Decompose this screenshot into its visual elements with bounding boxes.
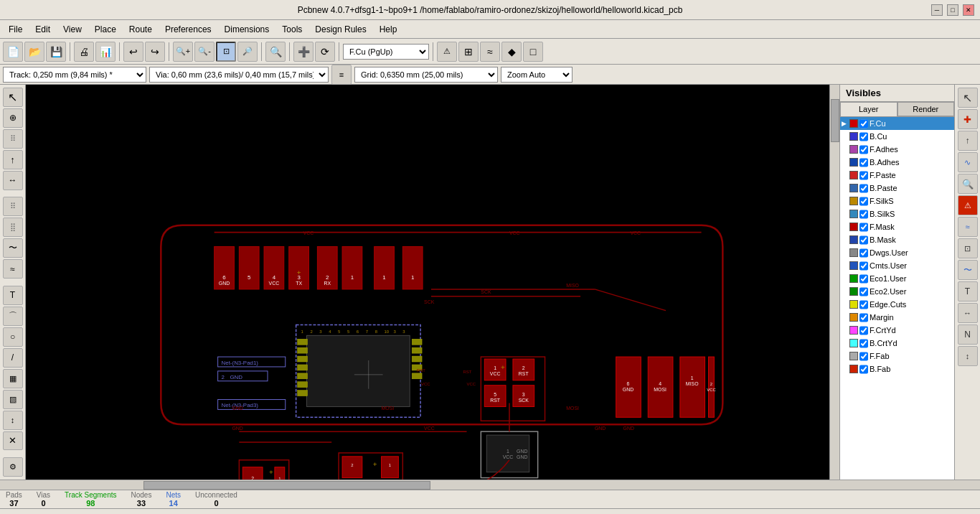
menu-item-dimensions[interactable]: Dimensions — [219, 22, 275, 37]
add-keepout[interactable]: ▧ — [3, 390, 23, 409]
route-single-track[interactable]: ∿ — [958, 152, 978, 172]
menu-item-edit[interactable]: Edit — [29, 22, 56, 37]
add-footprint-button[interactable]: ➕ — [293, 42, 314, 62]
route-track[interactable]: ⠿ — [3, 197, 23, 216]
layer-row-f-cu[interactable]: ▶F.Cu — [840, 117, 954, 130]
menu-item-help[interactable]: Help — [374, 22, 403, 37]
select-arrow[interactable]: ↖ — [958, 88, 978, 108]
layer-row-eco2-user[interactable]: Eco2.User — [840, 285, 954, 298]
layer-row-b-cu[interactable]: B.Cu — [840, 130, 954, 143]
undo-button[interactable]: ↩ — [123, 42, 143, 62]
local-ratsnest[interactable]: ↑ — [3, 150, 23, 169]
add-text[interactable]: T — [3, 286, 23, 305]
hscroll-thumb[interactable] — [143, 481, 430, 490]
layer-row-dwgs-user[interactable]: Dwgs.User — [840, 246, 954, 259]
add-zone[interactable]: ▦ — [3, 369, 23, 388]
layer-row-b-silks[interactable]: B.SilkS — [840, 207, 954, 220]
layer-checkbox-b-cu[interactable] — [859, 132, 868, 141]
add-graphic-circle[interactable]: ○ — [3, 327, 23, 347]
layer-checkbox-b-adhes[interactable] — [859, 158, 868, 167]
menu-item-preferences[interactable]: Preferences — [159, 22, 217, 37]
route-diff-rt[interactable]: ≈ — [958, 217, 978, 237]
vertical-scrollbar[interactable] — [829, 85, 839, 480]
minimize-button[interactable]: ─ — [931, 4, 943, 16]
grid-select[interactable]: Grid: 0,6350 mm (25,00 mils) — [354, 67, 498, 83]
layer-checkbox-b-mask[interactable] — [859, 235, 868, 245]
tune-single[interactable]: 〜 — [3, 238, 23, 258]
layer-row-b-crtyd[interactable]: B.CrtYd — [840, 337, 954, 350]
zoom-in-button[interactable]: 🔍+ — [173, 42, 193, 62]
add-text-rt[interactable]: T — [958, 281, 978, 302]
update-pcb-button[interactable]: ⟳ — [315, 42, 335, 62]
layer-checkbox-eco2-user[interactable] — [859, 287, 868, 296]
layer-checkbox-f-adhes[interactable] — [859, 145, 868, 154]
drc-rt[interactable]: ⚠ — [958, 195, 978, 215]
layer-checkbox-dwgs-user[interactable] — [859, 248, 868, 258]
layer-checkbox-b-crtyd[interactable] — [859, 339, 868, 348]
plot-button[interactable]: 📊 — [95, 42, 116, 62]
inspect-rt[interactable]: 🔍 — [958, 174, 978, 194]
tab-render[interactable]: Render — [897, 102, 955, 116]
layer-row-f-adhes[interactable]: F.Adhes — [840, 143, 954, 156]
local-ratsnest-rt[interactable]: ↑ — [958, 131, 978, 151]
print-button[interactable]: 🖨 — [74, 42, 94, 62]
menu-item-view[interactable]: View — [57, 22, 88, 37]
layer-checkbox-f-crtyd[interactable] — [859, 326, 868, 335]
net-highlight[interactable]: ✚ — [958, 109, 978, 129]
horizontal-scrollbar[interactable] — [0, 480, 980, 490]
measure-rt[interactable]: ↔ — [958, 303, 978, 323]
layer-row-f-fab[interactable]: F.Fab — [840, 350, 954, 363]
ratsnest-button[interactable]: ≈ — [480, 42, 500, 62]
layer-row-b-fab[interactable]: B.Fab — [840, 363, 954, 375]
select-tool[interactable]: ↖ — [3, 88, 23, 107]
redo-button[interactable]: ↪ — [145, 42, 165, 62]
grid-rt[interactable]: ↕ — [958, 346, 978, 366]
vscroll-thumb[interactable] — [831, 99, 839, 142]
route-diff-pair[interactable]: ⣿ — [3, 218, 23, 237]
layer-checkbox-f-mask[interactable] — [859, 223, 868, 232]
layer-checkbox-b-silks[interactable] — [859, 210, 868, 219]
layer-row-edge-cuts[interactable]: Edge.Cuts — [840, 298, 954, 311]
drc-button[interactable]: ⚠ — [437, 42, 457, 62]
via-size-select[interactable]: Via: 0,60 mm (23,6 mils)/ 0,40 mm (15,7 … — [149, 67, 329, 83]
open-button[interactable]: 📂 — [24, 42, 44, 62]
menu-item-place[interactable]: Place — [89, 22, 122, 37]
layer-checkbox-b-fab[interactable] — [859, 365, 868, 374]
delete-item[interactable]: ✕ — [3, 431, 23, 451]
origin-rt[interactable]: N — [958, 324, 978, 345]
pcb-canvas[interactable]: 6 GND 5 4 VCC 3 TX 2 RX 1 1 1 + — [26, 85, 829, 480]
menu-item-tools[interactable]: Tools — [276, 22, 308, 37]
drc-icon[interactable]: ⚙ — [3, 457, 23, 477]
layer-row-b-adhes[interactable]: B.Adhes — [840, 156, 954, 169]
tune-diff[interactable]: ≈ — [3, 259, 23, 279]
layer-row-cmts-user[interactable]: Cmts.User — [840, 259, 954, 272]
layer-checkbox-b-paste[interactable] — [859, 184, 868, 193]
layer-row-eco1-user[interactable]: Eco1.User — [840, 272, 954, 285]
maximize-button[interactable]: □ — [947, 4, 958, 16]
layer-checkbox-f-silks[interactable] — [859, 197, 868, 206]
measure[interactable]: ↔ — [3, 171, 23, 190]
layer-checkbox-edge-cuts[interactable] — [859, 300, 868, 309]
zoom-fit-button[interactable]: ⊡ — [216, 42, 236, 62]
layer-row-f-crtyd[interactable]: F.CrtYd — [840, 324, 954, 337]
save-button[interactable]: 💾 — [46, 42, 66, 62]
menu-item-file[interactable]: File — [3, 22, 28, 37]
clearance-button[interactable]: ◆ — [501, 42, 522, 62]
close-button[interactable]: ✕ — [963, 4, 974, 16]
add-graphic-arc[interactable]: ⌒ — [3, 307, 23, 326]
menu-item-design rules[interactable]: Design Rules — [309, 22, 372, 37]
net-inspector-button[interactable]: ≡ — [331, 65, 352, 85]
layer-row-b-paste[interactable]: B.Paste — [840, 182, 954, 195]
zoom-out-button[interactable]: 🔍- — [194, 42, 215, 62]
layer-row-f-mask[interactable]: F.Mask — [840, 220, 954, 233]
zoom-select[interactable]: Zoom Auto — [501, 67, 573, 83]
find-button[interactable]: 🔍 — [265, 42, 286, 62]
menu-item-route[interactable]: Route — [123, 22, 158, 37]
add-graphic-line[interactable]: / — [3, 348, 23, 368]
interactive-router[interactable]: 〜 — [958, 260, 978, 280]
layer-row-f-paste[interactable]: F.Paste — [840, 169, 954, 182]
layer-checkbox-f-cu[interactable] — [859, 119, 868, 128]
track-width-select[interactable]: Track: 0,250 mm (9,84 mils) * — [3, 67, 146, 83]
highlight-net[interactable]: ⊕ — [3, 108, 23, 128]
grid-origin-button[interactable]: ⊞ — [458, 42, 479, 62]
